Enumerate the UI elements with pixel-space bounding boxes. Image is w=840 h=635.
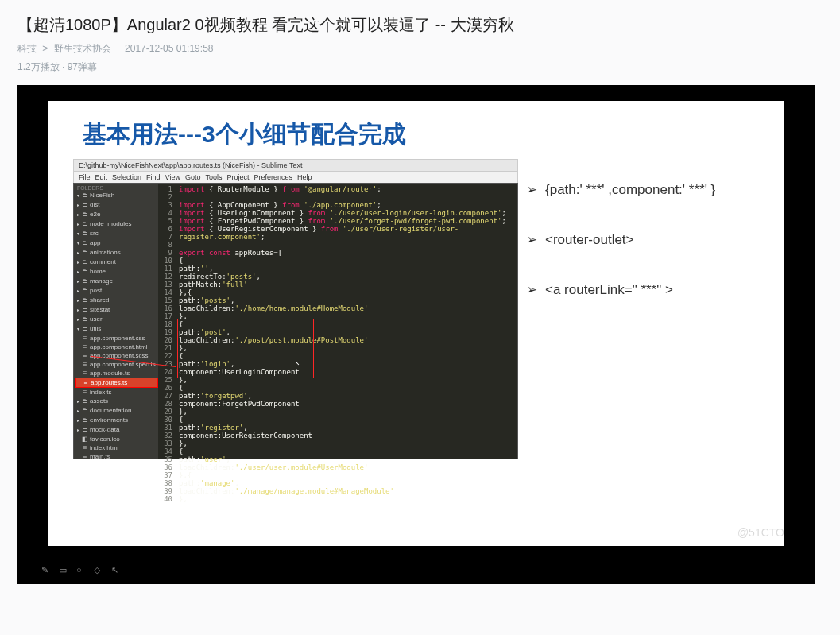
tree-node: ◧favicon.ico	[75, 435, 158, 443]
tree-node: ▸🗀animations	[75, 248, 158, 257]
chevron-icon: ➢	[526, 182, 537, 197]
slide-heading: 基本用法---3个小细节配合完成	[48, 101, 784, 151]
code-editor-screenshot: E:\github-my\NiceFishNext\app\app.routes…	[73, 159, 518, 459]
rect-icon[interactable]: ▭	[59, 565, 70, 576]
tree-node: ▸🗀shared	[75, 296, 158, 305]
breadcrumb-separator: >	[42, 43, 48, 54]
editor-titlebar: E:\github-my\NiceFishNext\app\app.routes…	[73, 159, 518, 172]
tree-node: ▸🗀comment	[75, 257, 158, 267]
eraser-icon[interactable]: ◇	[94, 565, 105, 576]
code-content: ↖ import { RouterModule } from '@angular…	[176, 184, 517, 459]
slide-content: 基本用法---3个小细节配合完成 E:\github-my\NiceFishNe…	[48, 101, 784, 546]
highlight-box	[177, 319, 314, 378]
upload-timestamp: 2017-12-05 01:19:58	[125, 43, 213, 54]
bullet-1: {path:' ***' ,component:' ***' }	[545, 182, 715, 197]
tree-node: ▸🗀assets	[75, 397, 158, 406]
video-title: 【超清1080P】Angular2 0视频教程 看完这个就可以装逼了 -- 大漠…	[17, 14, 815, 36]
circle-icon[interactable]: ○	[76, 565, 87, 576]
tree-node: ≡app.module.ts	[75, 369, 158, 378]
tree-node: ▸🗀user	[75, 315, 158, 324]
breadcrumb-subcategory[interactable]: 野生技术协会	[54, 43, 111, 54]
tree-node: ▸🗀sitestat	[75, 305, 158, 315]
tree-node: ≡app.component.html	[75, 343, 158, 351]
breadcrumb-category[interactable]: 科技	[17, 43, 37, 54]
tree-node: ▾🗀src	[75, 229, 158, 238]
tree-node: ▸🗀dist	[75, 200, 158, 210]
video-stats: 1.2万播放 · 97弹幕	[17, 60, 815, 74]
tree-node: ≡index.ts	[75, 388, 158, 397]
tree-node: ▸🗀home	[75, 267, 158, 277]
chevron-icon: ➢	[526, 232, 537, 247]
cursor-icon[interactable]: ↖	[111, 565, 122, 576]
watermark: @51CTO博客	[737, 526, 807, 540]
editor-sidebar: FOLDERS ▾🗀NiceFish▸🗀dist▸🗀e2e▸🗀node_modu…	[74, 184, 158, 459]
tree-node: ≡app.routes.ts	[75, 378, 158, 388]
tree-node: ≡app.component.css	[75, 334, 158, 343]
bullet-2: <router-outlet>	[545, 232, 634, 247]
tree-node: ▸🗀manage	[75, 277, 158, 286]
tree-node: ≡main.ts	[75, 452, 158, 459]
tree-node: ▾🗀utils	[75, 324, 158, 334]
tree-node: ≡index.html	[75, 443, 158, 452]
tree-node: ▸🗀documentation	[75, 406, 158, 416]
tree-node: ▸🗀mock-data	[75, 425, 158, 435]
video-player[interactable]: 基本用法---3个小细节配合完成 E:\github-my\NiceFishNe…	[17, 85, 815, 584]
tree-node: ▸🗀post	[75, 286, 158, 296]
sidebar-folders-label: FOLDERS	[74, 185, 158, 191]
tree-node: ▾🗀app	[75, 238, 158, 248]
bullet-3: <a routerLink=" ***" >	[545, 282, 673, 297]
tree-node: ≡app.component.spec.ts	[75, 360, 158, 369]
tree-node: ▸🗀e2e	[75, 210, 158, 219]
tree-node: ▾🗀NiceFish	[75, 191, 158, 200]
line-gutter: 1234567891011121314151617181920212223242…	[158, 184, 176, 459]
edit-icon[interactable]: ✎	[41, 565, 52, 576]
slide-bullets: ➢{path:' ***' ,component:' ***' } ➢<rout…	[526, 159, 715, 459]
player-controls: ✎ ▭ ○ ◇ ↖	[41, 565, 122, 576]
mouse-cursor-icon: ↖	[295, 358, 300, 366]
chevron-icon: ➢	[526, 282, 537, 297]
breadcrumb: 科技 > 野生技术协会 2017-12-05 01:19:58	[17, 42, 815, 56]
tree-node: ▸🗀node_modules	[75, 219, 158, 229]
tree-node: ▸🗀environments	[75, 416, 158, 425]
editor-menubar: FileEditSelectionFindViewGotoToolsProjec…	[73, 172, 518, 183]
